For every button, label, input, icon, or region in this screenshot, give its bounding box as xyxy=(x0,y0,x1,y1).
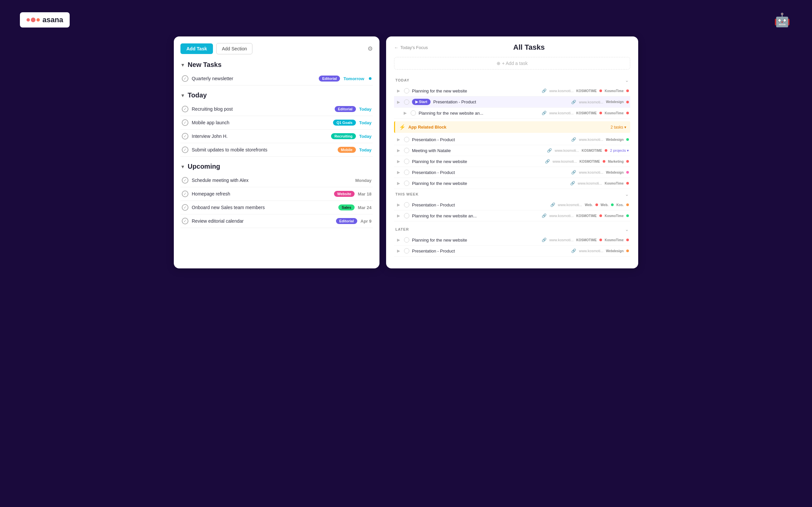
task-check[interactable]: ✓ xyxy=(182,204,189,211)
logo-dot-1 xyxy=(27,18,30,21)
section-group-label-thisweek: THIS WEEK xyxy=(395,192,419,196)
play-icon[interactable]: ▶ xyxy=(395,248,401,254)
section-upcoming: ▼ Upcoming ✓ Schedule meeting with Alex … xyxy=(181,163,373,228)
task-check[interactable] xyxy=(404,170,409,175)
task-tag[interactable]: Editorial xyxy=(319,75,340,81)
task-date: Tomorrow xyxy=(343,76,364,81)
link-icon: 🔗 xyxy=(570,181,575,185)
right-header: ← Today's Focus All Tasks xyxy=(394,43,630,52)
play-icon[interactable]: ▶ xyxy=(395,88,401,94)
task-date: Today xyxy=(359,148,371,153)
task-row: ✓ Schedule meeting with Alex Monday xyxy=(181,174,373,187)
task-date: Mar 18 xyxy=(358,191,371,196)
task-link: www.kosmoti... xyxy=(578,181,602,185)
section-title-today: Today xyxy=(188,92,207,99)
task-check[interactable]: ✓ xyxy=(182,190,189,197)
link-icon: 🔗 xyxy=(571,248,576,253)
task-check[interactable] xyxy=(404,248,409,253)
add-task-row[interactable]: ⊕ + Add a task xyxy=(394,57,630,70)
back-link[interactable]: ← Today's Focus xyxy=(394,45,428,50)
task-link: www.kosmoti... xyxy=(579,249,603,253)
task-link: www.kosmoti... xyxy=(549,111,573,115)
task-name: Presentation - Product xyxy=(433,99,568,104)
task-check[interactable]: ✓ xyxy=(182,119,189,126)
task-check[interactable] xyxy=(404,202,409,208)
task-check[interactable] xyxy=(404,88,409,94)
task-link: www.kosmoti... xyxy=(579,100,603,104)
task-link: www.kosmoti... xyxy=(553,159,577,163)
section-group-header-thisweek[interactable]: THIS WEEK ⌄ xyxy=(394,189,630,200)
play-icon[interactable]: ▶ xyxy=(395,180,401,186)
task-check[interactable] xyxy=(404,213,409,218)
task-check[interactable]: ✓ xyxy=(182,133,189,139)
task-check[interactable] xyxy=(404,181,409,186)
app-block-count[interactable]: 2 tasks ▾ xyxy=(611,125,626,129)
task-tag: KOSMOTIME xyxy=(579,160,600,163)
task-link: www.kosmoti... xyxy=(579,137,603,142)
task-date: Apr 9 xyxy=(361,219,371,224)
task-check[interactable] xyxy=(404,148,409,153)
dot-indicator xyxy=(603,160,605,163)
task-tag2: Web. xyxy=(601,203,609,207)
filter-icon[interactable]: ⚙ xyxy=(367,45,373,52)
task-check[interactable] xyxy=(404,159,409,164)
play-icon[interactable]: ▶ xyxy=(395,148,401,154)
task-tag[interactable]: Sales xyxy=(338,205,355,211)
play-icon[interactable]: ▶ xyxy=(395,169,401,175)
task-check[interactable] xyxy=(404,137,409,142)
task-tag: Webdesign xyxy=(606,249,623,253)
section-title-new-tasks: New Tasks xyxy=(188,61,221,69)
task-check[interactable]: ✓ xyxy=(182,106,189,112)
task-check[interactable] xyxy=(404,237,409,242)
task-check[interactable]: ✓ xyxy=(182,177,189,183)
task-check[interactable]: ✓ xyxy=(182,147,189,153)
dot-indicator2 xyxy=(611,204,614,206)
task-tag[interactable]: Mobile xyxy=(338,147,356,153)
play-icon[interactable]: ▶ xyxy=(395,136,401,143)
task-row: ▶ Planning for the new website an... 🔗 w… xyxy=(394,211,630,221)
dot-indicator xyxy=(626,182,629,184)
task-tag[interactable]: Q1 Goals xyxy=(333,120,356,126)
task-date: Mar 24 xyxy=(358,205,371,210)
task-row: ✓ Recruiting blog post Editorial Today xyxy=(181,102,373,116)
add-task-button[interactable]: Add Task xyxy=(181,43,213,54)
task-tag[interactable]: Recruiting xyxy=(331,133,356,139)
play-icon[interactable]: ▶ xyxy=(395,158,401,164)
section-group-today: TODAY ⌄ ▶ Planning for the new website 🔗… xyxy=(394,75,630,119)
task-name: Planning for the new website xyxy=(412,181,567,186)
play-icon[interactable]: ▶ xyxy=(395,99,401,105)
section-group-header-today[interactable]: TODAY ⌄ xyxy=(394,75,630,86)
task-check[interactable] xyxy=(404,99,409,105)
link-icon: 🔗 xyxy=(547,148,552,153)
play-icon[interactable]: ▶ xyxy=(395,237,401,243)
task-tag2: KosmoTime xyxy=(605,111,623,115)
task-projects: 2 projects ▾ xyxy=(610,149,629,153)
section-group-header-later[interactable]: LATER ⌄ xyxy=(394,224,630,235)
task-tag: Webdesign xyxy=(606,171,623,174)
task-row: ✓ Quarterly newsletter Editorial Tomorro… xyxy=(181,72,373,86)
task-tag[interactable]: Website xyxy=(334,191,355,197)
section-header-new-tasks[interactable]: ▼ New Tasks xyxy=(181,61,373,69)
asana-logo: asana xyxy=(20,12,70,27)
task-name: Planning for the new website an... xyxy=(419,111,539,116)
add-section-button[interactable]: Add Section xyxy=(216,43,253,54)
play-icon[interactable]: ▶ xyxy=(402,110,408,116)
task-name: Planning for the new website xyxy=(412,159,542,164)
task-row: ✓ Submit updates to mobile storefronts M… xyxy=(181,143,373,157)
dot-indicator2 xyxy=(626,160,629,163)
task-link: www.kosmoti... xyxy=(549,89,573,93)
lightning-icon: ⚡ xyxy=(399,124,406,130)
section-title-upcoming: Upcoming xyxy=(188,163,220,170)
play-icon[interactable]: ▶ xyxy=(395,202,401,208)
play-icon[interactable]: ▶ xyxy=(395,213,401,219)
task-check[interactable]: ✓ xyxy=(182,218,189,224)
section-header-today[interactable]: ▼ Today xyxy=(181,92,373,99)
back-arrow-icon: ← xyxy=(394,45,398,50)
task-row: ▶ Planning for the new website an... 🔗 w… xyxy=(394,108,630,119)
task-tag[interactable]: Editorial xyxy=(336,218,357,224)
task-tag[interactable]: Editorial xyxy=(335,106,356,112)
task-check[interactable] xyxy=(411,110,416,116)
section-header-upcoming[interactable]: ▼ Upcoming xyxy=(181,163,373,170)
task-check[interactable]: ✓ xyxy=(182,75,189,82)
task-date: Today xyxy=(359,134,371,139)
